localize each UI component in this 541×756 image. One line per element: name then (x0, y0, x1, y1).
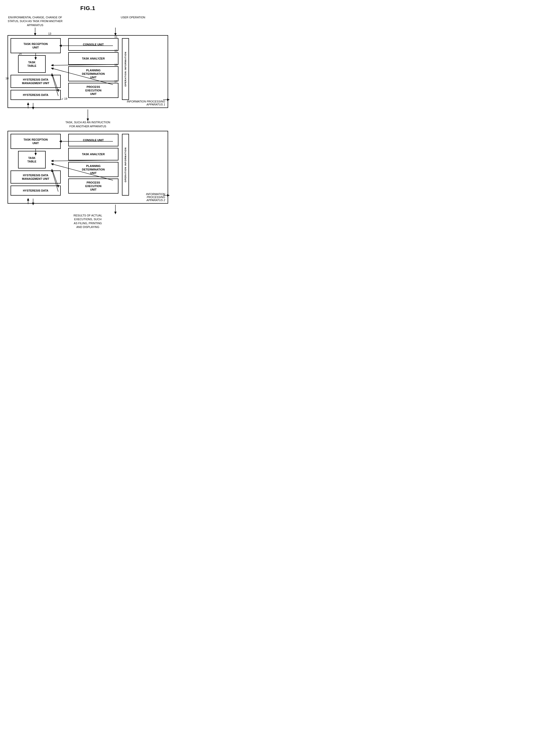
apparatus1-inner: TASK RECEPTION UNIT 14 TASK TABLE 18 HYS… (11, 38, 165, 100)
hysteresis-mgmt-wrapper-1: 18 HYSTERESIS DATA MANAGEMENT UNIT (11, 75, 61, 88)
task-table-2: TASK TABLE (18, 151, 46, 168)
top-label-left: ENVIRONMENTAL CHANGE, CHANGE OF STATUS, … (8, 16, 63, 27)
task-table-wrapper-1: 14 TASK TABLE (18, 55, 61, 73)
task-analyzer-wrapper-1: 15 TASK ANALYZER (68, 52, 119, 65)
hysteresis-mgmt-2: HYSTERESIS DATA MANAGEMENT UNIT (11, 170, 61, 184)
left-col-2: TASK RECEPTION UNIT TASK TABLE HYSTERESI… (11, 134, 61, 196)
console-unit-2: CONSOLE UNIT (68, 134, 119, 146)
console-unit-1: CONSOLE UNIT (68, 38, 119, 51)
between-arrow (8, 109, 168, 121)
task-reception-unit-2: TASK RECEPTION UNIT (11, 134, 61, 149)
diagram-container: FIG.1 ENVIRONMENTAL CHANGE, CHANGE OF ST… (8, 5, 168, 229)
op-info-col-1: OPERATION INFORMATION (122, 38, 129, 100)
apparatus1-box: 13 TASK RECEPTION UNIT 14 TASK TABLE 18 (8, 35, 168, 108)
ref-13: 13 (48, 32, 51, 35)
ref-16: 16 (114, 63, 118, 66)
planning-wrapper-1: 16 PLANNING DETERMINATION UNIT (68, 66, 119, 81)
hysteresis-data-1: HYSTERESIS DATA (11, 90, 61, 100)
task-table-1: TASK TABLE (18, 55, 46, 73)
apparatus2-box: TASK RECEPTION UNIT TASK TABLE HYSTERESI… (8, 131, 168, 204)
hysteresis-mgmt-1: HYSTERESIS DATA MANAGEMENT UNIT (11, 75, 61, 88)
planning-unit-1: PLANNING DETERMINATION UNIT (68, 66, 119, 81)
task-analyzer-2: TASK ANALYZER (68, 148, 119, 160)
op-info-col-2: OPERATION INFORMATION (122, 134, 129, 196)
ref-17: 17 (114, 80, 118, 83)
task-reception-unit-1: TASK RECEPTION UNIT (11, 38, 61, 53)
process-wrapper-1: 17 PROCESS EXECUTION UNIT (68, 83, 119, 98)
ref-14: 14 (19, 52, 22, 55)
task-analyzer-1: TASK ANALYZER (68, 52, 119, 65)
ref-19: ↙ 19 (61, 97, 67, 100)
top-arrows-svg (8, 28, 168, 35)
left-col-1: TASK RECEPTION UNIT 14 TASK TABLE 18 HYS… (11, 38, 61, 100)
planning-unit-2: PLANNING DETERMINATION UNIT (68, 162, 119, 177)
bottom-section: RESULTS OF ACTUAL EXECUTIONS, SUCH AS FI… (8, 205, 168, 229)
hysteresis-data-wrapper-1: HYSTERESIS DATA ↙ 19 (11, 90, 61, 100)
console-wrapper-1: 11 CONSOLE UNIT (68, 38, 119, 51)
figure-title: FIG.1 (8, 5, 168, 12)
right-col-2: CONSOLE UNIT TASK ANALYZER PLANNING DETE… (68, 134, 119, 196)
apparatus1-label: INFORMATION PROCESSING APPARATUS 1 (127, 100, 165, 106)
between-label: TASK, SUCH AS AN INSTRUCTION FOR ANOTHER… (8, 109, 168, 128)
bottom-arrow (8, 205, 168, 214)
right-col-1: 11 CONSOLE UNIT 15 TASK ANALYZER 16 (68, 38, 119, 100)
ref-15: 15 (114, 49, 118, 52)
ref-11: 11 (114, 35, 118, 38)
top-label-right: USER OPERATION (110, 16, 156, 27)
process-exec-unit-2: PROCESS EXECUTION UNIT (68, 179, 119, 194)
apparatus2-label: INFORMATION PROCESSING APPARATUS 2 (146, 193, 165, 202)
apparatus2-inner: TASK RECEPTION UNIT TASK TABLE HYSTERESI… (11, 134, 165, 196)
process-exec-unit-1: PROCESS EXECUTION UNIT (68, 83, 119, 98)
hysteresis-data-2: HYSTERESIS DATA (11, 186, 61, 196)
ref-18: 18 (6, 77, 9, 80)
task-table-wrapper-2: TASK TABLE (18, 151, 61, 168)
